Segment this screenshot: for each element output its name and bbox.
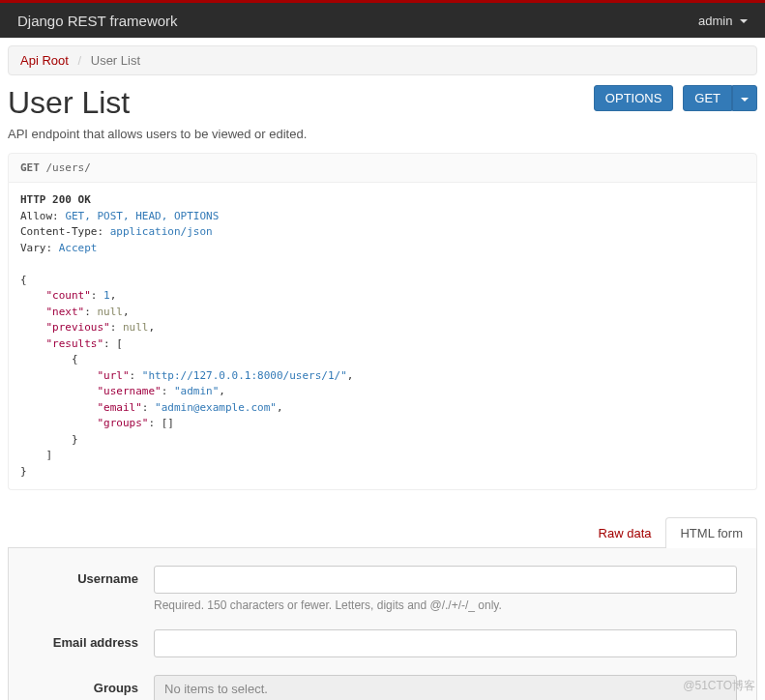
groups-select[interactable]: No items to select. bbox=[154, 675, 737, 700]
page-title: User List bbox=[8, 85, 130, 121]
page-description: API endpoint that allows users to be vie… bbox=[8, 127, 757, 141]
username-label: Username bbox=[28, 566, 154, 612]
hdr-allow-value[interactable]: GET, POST, HEAD, OPTIONS bbox=[65, 210, 219, 222]
breadcrumb-root-link[interactable]: Api Root bbox=[20, 53, 69, 68]
request-method: GET bbox=[20, 161, 40, 174]
hdr-vary-value[interactable]: Accept bbox=[59, 242, 98, 254]
watermark: @51CTO博客 bbox=[683, 678, 755, 694]
username-input[interactable] bbox=[154, 566, 737, 594]
hdr-vary-label: Vary: bbox=[20, 242, 52, 254]
response-body: HTTP 200 OK Allow: GET, POST, HEAD, OPTI… bbox=[8, 183, 757, 490]
get-dropdown-button[interactable] bbox=[732, 85, 757, 111]
header-actions: OPTIONS GET bbox=[594, 85, 757, 111]
navbar-brand[interactable]: Django REST framework bbox=[17, 13, 178, 29]
tab-raw-data[interactable]: Raw data bbox=[584, 517, 666, 548]
form-tabs: Raw data HTML form bbox=[8, 517, 757, 548]
navbar-user-label: admin bbox=[698, 14, 732, 28]
email-input[interactable] bbox=[154, 629, 737, 657]
resp-next: null bbox=[98, 306, 124, 318]
hdr-ct-value[interactable]: application/json bbox=[110, 225, 213, 238]
hdr-allow-label: Allow: bbox=[20, 210, 59, 222]
caret-down-icon bbox=[740, 19, 748, 23]
hdr-ct-label: Content-Type: bbox=[20, 225, 103, 238]
email-label: Email address bbox=[28, 629, 154, 657]
options-button[interactable]: OPTIONS bbox=[594, 85, 674, 111]
resp-previous: null bbox=[123, 321, 149, 334]
breadcrumb: Api Root / User List bbox=[8, 45, 757, 75]
groups-label: Groups bbox=[28, 675, 154, 700]
tab-html-form[interactable]: HTML form bbox=[665, 517, 757, 548]
caret-down-icon bbox=[741, 98, 749, 102]
resp-email: "admin@example.com" bbox=[155, 401, 277, 414]
breadcrumb-current: User List bbox=[91, 53, 140, 68]
form-panel: Username Required. 150 characters or few… bbox=[8, 548, 757, 700]
request-path: /users/ bbox=[46, 161, 91, 174]
resp-count: 1 bbox=[103, 289, 110, 302]
get-button[interactable]: GET bbox=[683, 85, 732, 111]
username-help: Required. 150 characters or fewer. Lette… bbox=[154, 598, 737, 612]
resp-url[interactable]: "http://127.0.0.1:8000/users/1/" bbox=[142, 369, 347, 382]
breadcrumb-sep: / bbox=[73, 53, 88, 68]
request-line: GET /users/ bbox=[8, 153, 757, 183]
resp-groups: [] bbox=[162, 417, 174, 429]
navbar: Django REST framework admin bbox=[0, 3, 765, 38]
resp-username: "admin" bbox=[174, 385, 219, 397]
status-line: HTTP 200 OK bbox=[20, 193, 91, 206]
navbar-user-dropdown[interactable]: admin bbox=[698, 14, 748, 28]
